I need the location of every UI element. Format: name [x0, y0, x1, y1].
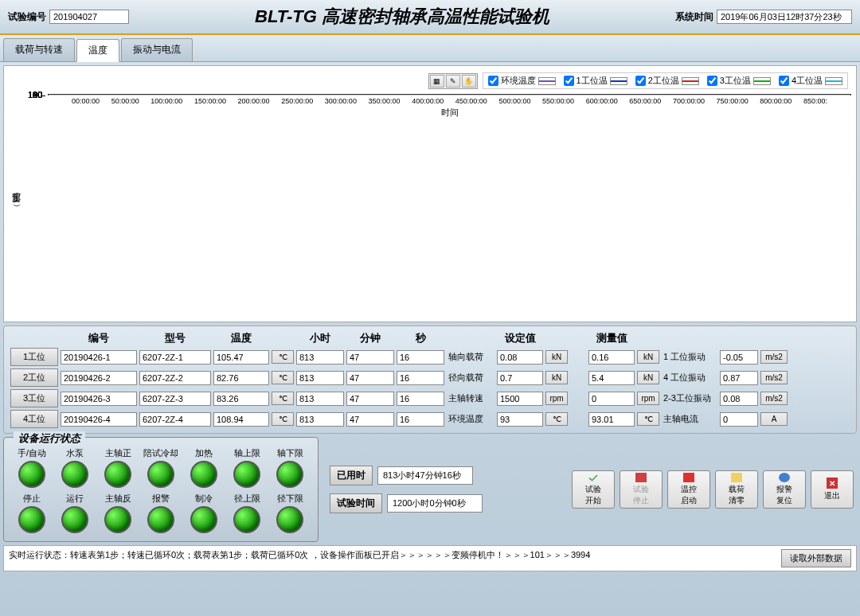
extra-label: 主轴电流 [662, 413, 717, 425]
legend-item[interactable]: 1工位温 [564, 75, 627, 87]
chart-panel: ▦ ✎ ✋ 环境温度1工位温2工位温3工位温4工位温 温度（℃） 0-20-40… [3, 65, 857, 322]
unit-temp: ℃ [272, 371, 294, 384]
stop-button[interactable]: 试验 停止 [620, 470, 663, 509]
legend-checkbox[interactable] [564, 76, 574, 86]
read-external-button[interactable]: 读取外部数据 [781, 549, 851, 567]
test-number-input[interactable] [49, 10, 129, 24]
position-button[interactable]: 3工位 [10, 389, 58, 407]
cell-min: 47 [346, 392, 394, 406]
chart-tool-buttons: ▦ ✎ ✋ [428, 73, 478, 89]
x-tick: 400:00:00 [412, 97, 444, 105]
x-tick: 300:00:00 [325, 97, 357, 105]
led-indicator [104, 461, 131, 488]
led-label: 径下限 [270, 493, 310, 505]
position-button[interactable]: 2工位 [10, 368, 58, 387]
led-label: 加热 [184, 447, 224, 459]
x-tick: 850:00: [803, 97, 827, 105]
led-indicator [147, 506, 174, 533]
led-cell: 手/自动 [12, 447, 52, 488]
system-time-value [717, 10, 852, 24]
y-tick: 160- [26, 90, 45, 99]
position-button[interactable]: 4工位 [10, 410, 58, 428]
legend-item[interactable]: 环境温度 [488, 75, 556, 87]
app-title: BLT-TG 高速密封轴承高温性能试验机 [129, 5, 675, 29]
x-tick: 550:00:00 [542, 97, 574, 105]
exit-button[interactable]: ✕退出 [811, 470, 854, 509]
extra-label: 2-3工位振动 [662, 392, 717, 404]
led-label: 轴上限 [227, 447, 267, 459]
x-tick: 450:00:00 [455, 97, 487, 105]
unit-temp: ℃ [272, 350, 294, 364]
elapsed-row: 已用时 813小时47分钟16秒 [330, 466, 483, 485]
reset-icon [779, 473, 790, 482]
start-button[interactable]: 试验 开始 [572, 470, 615, 509]
check-icon [588, 473, 599, 482]
led-indicator [104, 506, 131, 533]
x-tick: 750:00:00 [717, 97, 749, 105]
extra-label: 4 工位振动 [662, 372, 717, 384]
legend-swatch [825, 77, 842, 85]
led-indicator [190, 506, 217, 533]
cell-temp: 105.47 [213, 350, 269, 365]
led-label: 停止 [12, 493, 52, 505]
legend-swatch [753, 77, 771, 85]
plot-area[interactable]: 0-20-40-60-80-100-120-140-160- [48, 94, 851, 96]
bottom-row: 设备运行状态 手/自动水泵主轴正陪试冷却加热轴上限轴下限停止运行主轴反报警制冷径… [3, 437, 857, 542]
cell-sec: 16 [397, 412, 444, 427]
led-indicator [233, 461, 260, 488]
tab-vibration-current[interactable]: 振动与电流 [121, 38, 193, 61]
legend-item[interactable]: 4工位温 [779, 75, 842, 87]
x-tick: 500:00:00 [498, 97, 530, 105]
param-meas: 93.01 [588, 412, 635, 427]
led-grid: 手/自动水泵主轴正陪试冷却加热轴上限轴下限停止运行主轴反报警制冷径上限径下限 [12, 447, 310, 533]
tab-temperature[interactable]: 温度 [76, 39, 119, 62]
legend-checkbox[interactable] [635, 76, 646, 86]
x-tick: 350:00:00 [368, 97, 400, 105]
legend-swatch [610, 77, 627, 85]
extra-val: -0.05 [720, 350, 758, 365]
legend-checkbox[interactable] [488, 76, 498, 86]
zero-icon [731, 473, 742, 482]
legend-item[interactable]: 2工位温 [635, 75, 699, 87]
tab-bar: 载荷与转速 温度 振动与电流 [0, 35, 860, 62]
chart-body: 温度（℃） 0-20-40-60-80-100-120-140-160- 00:… [9, 94, 851, 317]
unit-set: kN [545, 350, 568, 364]
tab-load-speed[interactable]: 载荷与转速 [3, 38, 75, 61]
cell-temp: 108.94 [213, 412, 269, 427]
elapsed-label: 已用时 [330, 466, 373, 485]
hand-tool-icon[interactable]: ✋ [462, 75, 476, 88]
cell-hour: 813 [296, 412, 344, 427]
alarm-reset-button[interactable]: 报警 复位 [763, 470, 806, 509]
grid-tool-icon[interactable]: ▦ [430, 75, 444, 88]
unit-set: rpm [545, 392, 568, 405]
legend-checkbox[interactable] [779, 76, 789, 86]
led-label: 轴下限 [270, 447, 310, 459]
unit-extra: A [760, 412, 788, 426]
led-cell: 制冷 [184, 493, 224, 533]
position-button[interactable]: 1工位 [10, 348, 58, 366]
test-number-field: 试验编号 [8, 10, 129, 24]
legend-item[interactable]: 3工位温 [707, 75, 771, 87]
header-model: 型号 [139, 331, 211, 345]
led-indicator [61, 506, 88, 533]
param-label: 环境温度 [447, 413, 494, 425]
cell-sec: 16 [397, 371, 444, 385]
header-hour: 小时 [296, 331, 344, 345]
chart-toolbar: ▦ ✎ ✋ 环境温度1工位温2工位温3工位温4工位温 [9, 71, 851, 91]
legend-label: 1工位温 [577, 75, 608, 87]
header-sec: 秒 [397, 331, 444, 345]
param-meas: 0.16 [588, 350, 635, 365]
cell-temp: 83.26 [213, 392, 269, 406]
load-zero-button[interactable]: 载荷 清零 [715, 470, 758, 509]
cell-model: 6207-2Z-1 [139, 350, 211, 365]
top-bar: 试验编号 BLT-TG 高速密封轴承高温性能试验机 系统时间 [0, 0, 860, 35]
header-num: 编号 [61, 331, 137, 345]
x-tick: 00:00:00 [72, 97, 100, 105]
legend-checkbox[interactable] [707, 76, 717, 86]
elapsed-value: 813小时47分钟16秒 [377, 466, 473, 485]
temp-control-button[interactable]: 温控 启动 [667, 470, 710, 509]
param-label: 径向载荷 [447, 372, 494, 384]
cell-model: 6207-2Z-3 [139, 392, 211, 406]
cursor-tool-icon[interactable]: ✎ [446, 75, 460, 88]
unit-meas: ℃ [637, 412, 659, 426]
